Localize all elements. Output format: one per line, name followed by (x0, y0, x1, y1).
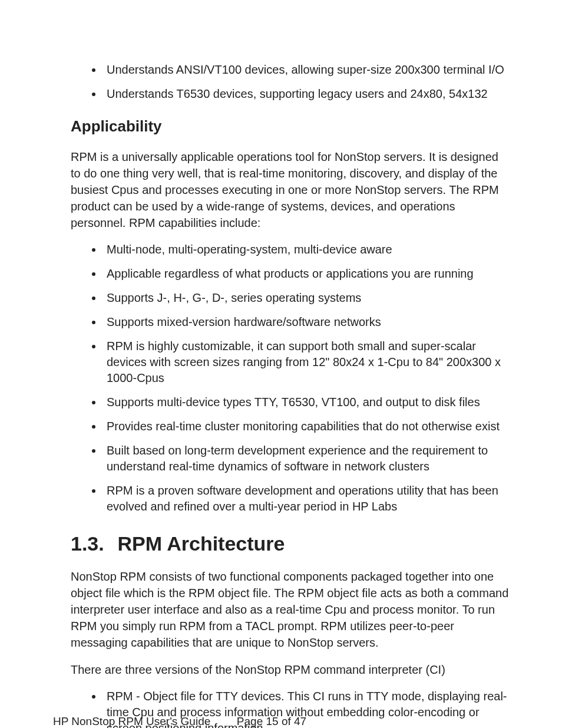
section-title: RPM Architecture (117, 532, 285, 555)
footer-doc-title: HP NonStop RPM User's Guide (53, 715, 210, 727)
list-item: Understands T6530 devices, supporting le… (103, 86, 509, 102)
list-item: Applicable regardless of what products o… (103, 266, 509, 282)
list-item: RPM is highly customizable, it can suppo… (103, 338, 509, 386)
top-bullet-list: Understands ANSI/VT100 devices, allowing… (103, 62, 509, 102)
architecture-paragraph-1: NonStop RPM consists of two functional c… (71, 568, 509, 651)
list-item: Supports J-, H-, G-, D-, series operatin… (103, 290, 509, 306)
applicability-bullet-list: Multi-node, multi-operating-system, mult… (103, 242, 509, 515)
list-item: Provides real-time cluster monitoring ca… (103, 419, 509, 434)
applicability-intro: RPM is a universally applicable operatio… (71, 149, 509, 231)
footer-page-number: Page 15 of 47 (237, 715, 306, 727)
applicability-heading: Applicability (71, 117, 509, 136)
list-item: Supports multi-device types TTY, T6530, … (103, 394, 509, 410)
architecture-paragraph-2: There are three versions of the NonStop … (71, 661, 509, 678)
document-page: Understands ANSI/VT100 devices, allowing… (0, 0, 562, 728)
list-item: Understands ANSI/VT100 devices, allowing… (103, 62, 509, 78)
architecture-heading: 1.3. RPM Architecture (71, 532, 509, 555)
list-item: Multi-node, multi-operating-system, mult… (103, 242, 509, 258)
list-item: RPM is a proven software development and… (103, 483, 509, 515)
section-number: 1.3. (71, 532, 112, 555)
list-item: Built based on long-term development exp… (103, 443, 509, 475)
list-item: Supports mixed-version hardware/software… (103, 314, 509, 330)
page-footer: HP NonStop RPM User's Guide Page 15 of 4… (53, 715, 306, 728)
